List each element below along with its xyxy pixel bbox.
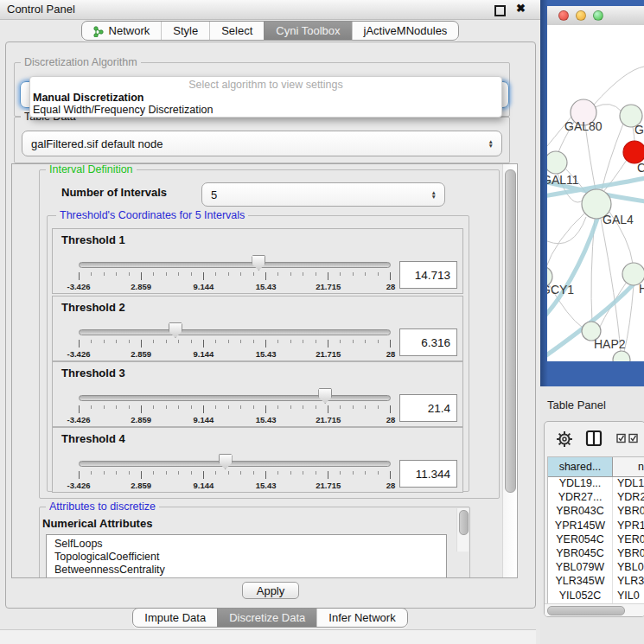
table-cell[interactable]: YDL1	[613, 477, 644, 491]
close-icon[interactable]: ✖	[516, 2, 526, 15]
node[interactable]	[613, 351, 630, 361]
table-cell[interactable]: YDR27...	[548, 491, 613, 505]
tab-label: Discretize Data	[229, 609, 305, 627]
tick-label: 28	[386, 481, 396, 490]
vertical-scrollbar[interactable]	[502, 164, 517, 577]
tab-discretize-data[interactable]: Discretize Data	[217, 609, 316, 627]
threshold-slider[interactable]: -3.4262.8599.14415.4321.71528	[79, 319, 391, 360]
tab-label: Network	[109, 22, 150, 40]
slider-thumb[interactable]	[169, 322, 182, 338]
tick-label: 21.715	[316, 415, 341, 424]
table-row[interactable]: YIL052CYIL0	[548, 590, 644, 603]
threshold-slider[interactable]: -3.4262.8599.14415.4321.71528	[79, 252, 391, 293]
slider-track[interactable]	[79, 395, 391, 401]
threshold-value-field[interactable]	[399, 328, 457, 356]
network-canvas[interactable]: GAL80 G. C GAL11 GAL4 GCY1 H HAP2	[547, 25, 644, 361]
table-cell[interactable]: YBL079W	[548, 561, 613, 575]
slider-thumb[interactable]	[219, 454, 233, 469]
dropdown-option-manual[interactable]: Manual Discretization	[30, 92, 501, 104]
attribute-list-item[interactable]: BetweennessCentrality	[47, 564, 446, 577]
column-header-name[interactable]: n	[613, 457, 644, 476]
scrollbar-thumb[interactable]	[459, 510, 469, 535]
threshold-value-field[interactable]	[399, 394, 457, 422]
attribute-list-item[interactable]: TopologicalCoefficient	[47, 551, 446, 564]
table-cell[interactable]: YBR0	[613, 547, 644, 561]
threshold-slider[interactable]: -3.4262.8599.14415.4321.71528	[79, 450, 391, 492]
tick-label: 9.144	[194, 349, 214, 359]
table-cell[interactable]: YDL19...	[548, 477, 613, 491]
table-cell[interactable]: YIL052C	[548, 590, 613, 603]
threshold-label: Threshold 1	[61, 233, 125, 246]
slider-track[interactable]	[79, 461, 391, 467]
slider-thumb[interactable]	[318, 388, 332, 404]
dropdown-option-equal-width[interactable]: Equal Width/Frequency Discretization	[30, 104, 501, 116]
table-cell[interactable]: YER054C	[548, 533, 613, 547]
table-row[interactable]: YBR043CYBR0	[548, 505, 644, 519]
table-cell[interactable]: YIL0	[613, 590, 644, 603]
tab-jactivemnodules[interactable]: jActiveMNodules	[352, 22, 459, 40]
gear-icon[interactable]	[555, 430, 574, 449]
slider-track[interactable]	[79, 329, 391, 335]
list-scrollbar[interactable]	[456, 508, 469, 552]
tick-label: 21.715	[316, 282, 341, 291]
select-columns-icon[interactable]	[616, 433, 639, 443]
table-cell[interactable]: YBR045C	[548, 547, 613, 561]
table-row[interactable]: YLR345WYLR3	[548, 575, 644, 589]
table-cell[interactable]: YPR1	[613, 520, 644, 533]
network-window-titlebar	[547, 6, 644, 26]
table-row[interactable]: YBR045CYBR0	[548, 547, 644, 561]
float-window-icon[interactable]	[494, 5, 506, 16]
table-cell[interactable]: YLR345W	[548, 575, 613, 589]
table-row[interactable]: YBL079WYBL0	[548, 561, 644, 575]
table-cell[interactable]: YBR0	[613, 505, 644, 519]
tick-label: -3.426	[67, 415, 91, 424]
table-cell[interactable]: YBR043C	[548, 505, 613, 519]
slider-tick-labels: -3.4262.8599.14415.4321.71528	[79, 415, 391, 425]
num-intervals-combobox[interactable]: 5 ▲▼	[201, 182, 445, 207]
apply-button[interactable]: Apply	[242, 582, 299, 599]
table-row[interactable]: YPR145WYPR1	[548, 520, 644, 533]
table-panel: shared... n YDL19...YDL1YDR27...YDR2YBR0…	[544, 421, 644, 617]
table-row[interactable]: YER054CYER0	[548, 533, 644, 547]
table-cell[interactable]: YDR2	[613, 491, 644, 505]
tick-label: 2.859	[131, 415, 151, 424]
table-cell[interactable]: YPR145W	[548, 520, 613, 533]
scrollbar-thumb[interactable]	[505, 169, 516, 493]
table-data-combobox[interactable]: galFiltered.sif default node ▲▼	[22, 131, 502, 156]
column-header-shared-name[interactable]: shared...	[548, 457, 613, 476]
tab-network[interactable]: Network	[82, 22, 162, 40]
tab-style[interactable]: Style	[161, 22, 209, 40]
scrollbar-thumb[interactable]	[547, 606, 625, 615]
tab-infer-network[interactable]: Infer Network	[316, 609, 406, 627]
table-cell[interactable]: YBL0	[613, 561, 644, 575]
tab-select[interactable]: Select	[209, 22, 264, 40]
threshold-value-field[interactable]	[399, 460, 457, 488]
zoom-icon[interactable]	[593, 10, 603, 21]
node-gal11[interactable]	[547, 151, 567, 174]
close-icon[interactable]	[558, 10, 569, 21]
table-cell[interactable]: YLR3	[613, 575, 644, 589]
tab-label: jActiveMNodules	[364, 22, 448, 40]
tab-impute-data[interactable]: Impute Data	[133, 609, 217, 627]
table-data-group: Table Data galFiltered.sif default node …	[14, 117, 510, 163]
node-label: H	[639, 282, 644, 296]
slider-thumb[interactable]	[252, 255, 265, 271]
table-row[interactable]: YDL19...YDL1	[548, 477, 644, 491]
tick-label: 9.144	[194, 481, 214, 490]
attribute-list-item[interactable]: SelfLoops	[47, 538, 446, 551]
threshold-value-field[interactable]	[399, 261, 457, 289]
table-row[interactable]: YDR27...YDR2	[548, 491, 644, 505]
table-cell[interactable]: YER0	[613, 533, 644, 547]
dropdown-prompt: Select algorithm to view settings	[30, 79, 501, 92]
tick-label: 2.859	[131, 349, 151, 359]
tick-label: 28	[386, 349, 396, 359]
horizontal-scrollbar[interactable]	[545, 603, 644, 616]
slider-track[interactable]	[79, 262, 391, 268]
split-columns-icon[interactable]	[585, 430, 603, 447]
minimize-icon[interactable]	[576, 10, 586, 21]
threshold-slider[interactable]: -3.4262.8599.14415.4321.71528	[79, 385, 391, 426]
numerical-attributes-list[interactable]: SelfLoopsTopologicalCoefficientBetweenne…	[46, 534, 447, 578]
node-attribute-table: shared... n YDL19...YDL1YDR27...YDR2YBR0…	[547, 456, 644, 604]
tick-label: 2.859	[131, 282, 151, 291]
tab-cyni-toolbox[interactable]: Cyni Toolbox	[264, 22, 351, 40]
